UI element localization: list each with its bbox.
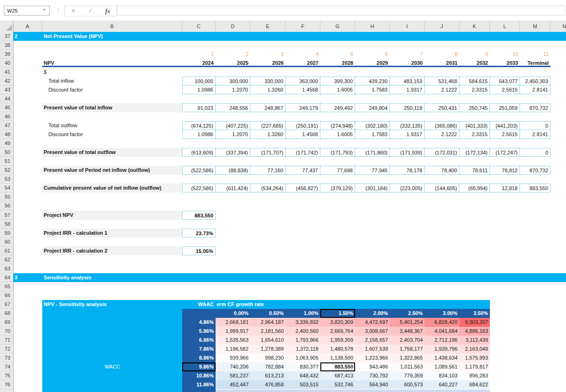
npv-value-cell[interactable]: 0	[520, 148, 550, 157]
wacc-rate-header[interactable]: 9.86%	[182, 362, 216, 371]
npv-value-cell[interactable]: 77,437	[286, 166, 320, 175]
npv-value-cell[interactable]: 2.5615	[490, 85, 520, 94]
npv-value-cell[interactable]: 870,732	[520, 166, 550, 175]
sensitivity-value-cell[interactable]: 5,401,254	[390, 318, 425, 327]
cancel-icon[interactable]: ✕	[71, 7, 76, 15]
row-header-58[interactable]: 58	[0, 220, 13, 229]
row-header-69[interactable]: 69	[0, 318, 13, 327]
sensitivity-value-cell[interactable]: 1,999,917	[216, 327, 250, 336]
select-all-corner[interactable]	[0, 21, 14, 31]
npv-value-cell[interactable]: 1.7583	[355, 130, 390, 139]
row-header-49[interactable]: 49	[0, 139, 13, 148]
row-header-45[interactable]: 45	[0, 103, 13, 112]
npv-value-cell[interactable]: 2.8141	[520, 130, 550, 139]
npv-value-cell[interactable]: 2,450,303	[520, 77, 550, 85]
sensitivity-value-cell[interactable]: 2,964,187	[250, 318, 286, 327]
column-header-A[interactable]: A	[13, 21, 42, 31]
sensitivity-value-cell[interactable]: 3,336,832	[286, 318, 320, 327]
npv-value-cell[interactable]: 250,431	[425, 103, 459, 112]
npv-value-cell[interactable]: 2.8141	[520, 85, 550, 94]
npv-value-cell[interactable]: 2.3315	[459, 85, 490, 94]
sensitivity-value-cell[interactable]: 1,196,582	[216, 345, 250, 354]
sensitivity-value-cell[interactable]: 1,322,865	[390, 354, 425, 362]
sensitivity-value-cell[interactable]: 1,089,561	[425, 362, 459, 371]
row-header-44[interactable]: 44	[0, 94, 13, 103]
formula-bar-input[interactable]	[117, 6, 565, 15]
sensitivity-value-cell[interactable]: 9,303,207	[459, 318, 490, 327]
npv-value-cell[interactable]: (144,605)	[425, 184, 459, 192]
npv-value-cell[interactable]: (223,005)	[390, 184, 425, 192]
growth-rate-header[interactable]: 3.50%	[459, 309, 490, 318]
sensitivity-value-cell[interactable]: 782,884	[250, 362, 286, 371]
npv-value-cell[interactable]: 248,556	[216, 103, 250, 112]
npv-value-cell[interactable]: 531,468	[425, 77, 459, 85]
sensitivity-value-cell[interactable]: 687,413	[320, 371, 355, 380]
summary-value-cell[interactable]: 15.05%	[182, 246, 216, 255]
wacc-rate-header[interactable]: 8.86%	[182, 354, 216, 362]
npv-value-cell[interactable]: (522,586)	[182, 166, 216, 175]
npv-value-cell[interactable]: (522,586)	[182, 184, 216, 192]
npv-value-cell[interactable]: (250,191)	[286, 121, 320, 130]
npv-value-cell[interactable]: 1.9317	[390, 85, 425, 94]
row-header-42[interactable]: 42	[0, 77, 13, 85]
row-header-72[interactable]: 72	[0, 345, 13, 354]
row-header-53[interactable]: 53	[0, 175, 13, 184]
npv-value-cell[interactable]: 78,178	[390, 166, 425, 175]
npv-value-cell[interactable]: (172,247)	[490, 148, 520, 157]
sensitivity-value-cell[interactable]: 2,158,657	[355, 336, 390, 345]
sensitivity-value-cell[interactable]: 740,206	[216, 362, 250, 371]
npv-value-cell[interactable]: 249,804	[355, 103, 390, 112]
sensitivity-value-cell[interactable]: 939,966	[216, 354, 250, 362]
npv-value-cell[interactable]: (407,225)	[216, 121, 250, 130]
npv-value-cell[interactable]: 77,698	[320, 166, 355, 175]
column-header-I[interactable]: I	[390, 21, 425, 31]
column-header-M[interactable]: M	[520, 21, 550, 31]
sensitivity-value-cell[interactable]: 613,213	[250, 371, 286, 380]
column-header-F[interactable]: F	[286, 21, 320, 31]
row-header-43[interactable]: 43	[0, 85, 13, 94]
sensitivity-value-cell[interactable]: 4,886,163	[459, 327, 490, 336]
growth-rate-header[interactable]: 1.00%	[286, 309, 320, 318]
row-header-46[interactable]: 46	[0, 112, 13, 121]
column-header-N[interactable]: N	[550, 21, 566, 31]
sensitivity-value-cell[interactable]: 3,820,309	[320, 318, 355, 327]
npv-value-cell[interactable]: 2.1222	[425, 130, 459, 139]
sensitivity-value-cell[interactable]: 2,403,704	[390, 336, 425, 345]
row-header-66[interactable]: 66	[0, 291, 13, 300]
npv-value-cell[interactable]: (171,793)	[320, 148, 355, 157]
row-header-54[interactable]: 54	[0, 184, 13, 192]
sensitivity-value-cell[interactable]: 1,575,993	[459, 354, 490, 362]
sensitivity-value-cell[interactable]: 6,828,420	[425, 318, 459, 327]
sensitivity-value-cell[interactable]: 452,447	[216, 380, 250, 389]
row-header-61[interactable]: 61	[0, 246, 13, 255]
sensitivity-value-cell[interactable]: 896,283	[459, 371, 490, 380]
npv-value-cell[interactable]: (171,742)	[286, 148, 320, 157]
npv-value-cell[interactable]: (611,424)	[216, 184, 250, 192]
npv-value-cell[interactable]: (301,184)	[355, 184, 390, 192]
npv-value-cell[interactable]: (274,948)	[320, 121, 355, 130]
npv-value-cell[interactable]: (172,031)	[425, 148, 459, 157]
npv-value-cell[interactable]: 91,023	[182, 103, 216, 112]
summary-value-cell[interactable]: 23.73%	[182, 229, 216, 238]
npv-value-cell[interactable]: (302,180)	[355, 121, 390, 130]
sensitivity-value-cell[interactable]: 1,939,796	[425, 345, 459, 354]
npv-value-cell[interactable]: (88,838)	[216, 166, 250, 175]
npv-value-cell[interactable]: 250,118	[390, 103, 425, 112]
row-header-59[interactable]: 59	[0, 229, 13, 238]
summary-value-cell[interactable]: 883,550	[182, 211, 216, 220]
sensitivity-value-cell[interactable]: 2,668,181	[216, 318, 250, 327]
wacc-rate-header[interactable]: 6.86%	[182, 336, 216, 345]
npv-value-cell[interactable]: 2.1222	[425, 85, 459, 94]
npv-value-cell[interactable]: 300,000	[216, 77, 250, 85]
row-header-55[interactable]: 55	[0, 192, 13, 201]
npv-value-cell[interactable]: (227,685)	[250, 121, 286, 130]
sensitivity-value-cell[interactable]: 834,103	[425, 371, 459, 380]
npv-value-cell[interactable]: (332,135)	[390, 121, 425, 130]
npv-value-cell[interactable]: (456,827)	[286, 184, 320, 192]
npv-value-cell[interactable]: 1.3260	[250, 85, 286, 94]
row-header-37[interactable]: 37	[0, 32, 13, 41]
npv-value-cell[interactable]: (401,333)	[459, 121, 490, 130]
sensitivity-value-cell[interactable]: 1,793,966	[286, 336, 320, 345]
column-header-H[interactable]: H	[355, 21, 390, 31]
sensitivity-value-cell[interactable]: 1,480,578	[320, 345, 355, 354]
